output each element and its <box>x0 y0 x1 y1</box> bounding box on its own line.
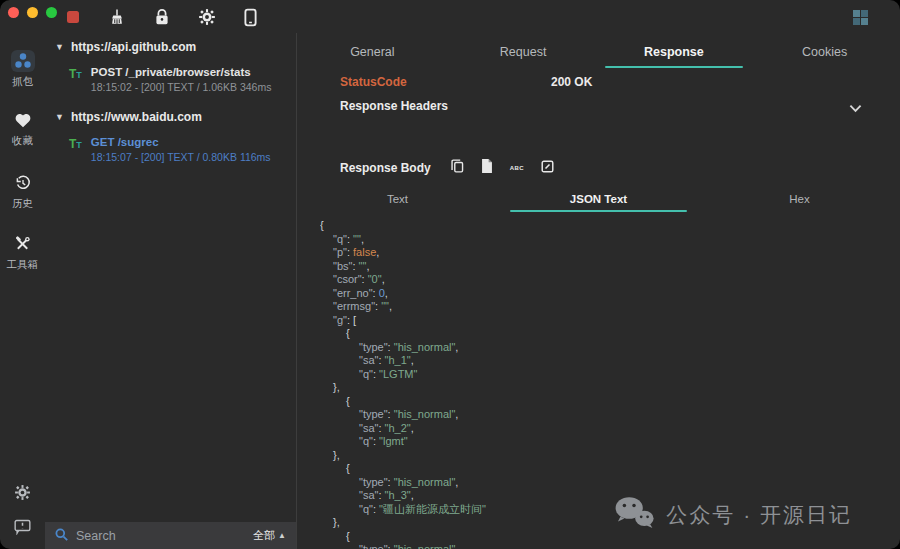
sidebar-item-capture[interactable]: 抓包 <box>11 50 35 89</box>
tab-general[interactable]: General <box>297 39 448 68</box>
traffic-lights <box>8 7 57 18</box>
capture-dots-icon <box>11 50 35 72</box>
tab-response[interactable]: Response <box>599 39 750 68</box>
text-type-badge: TT <box>69 137 82 151</box>
heart-icon <box>11 109 35 131</box>
sidebar-item-label: 收藏 <box>12 134 33 148</box>
close-window-button[interactable] <box>8 7 19 18</box>
response-body-label: Response Body <box>340 161 431 175</box>
filter-label: 全部 <box>253 528 275 543</box>
body-format-tabs: Text JSON Text Hex <box>297 188 900 212</box>
request-row-selected[interactable]: TT GET /sugrec 18:15:07 - [200] TEXT / 0… <box>45 130 296 169</box>
feedback-bubble-icon[interactable] <box>14 519 31 539</box>
sidebar-item-toolbox[interactable]: 工具箱 <box>7 233 39 272</box>
detail-panel: General Request Response Cookies StatusC… <box>297 33 900 549</box>
settings-gear-icon[interactable] <box>197 7 217 27</box>
status-code-row: StatusCode 200 OK <box>340 75 407 89</box>
request-title: GET /sugrec <box>91 136 271 148</box>
request-group-header[interactable]: ▼ https://www.baidu.com <box>45 103 296 130</box>
tab-text[interactable]: Text <box>297 188 498 212</box>
history-clock-icon <box>11 172 35 194</box>
tab-request[interactable]: Request <box>448 39 599 68</box>
text-type-badge: TT <box>69 67 82 81</box>
watermark: 公众号 · 开源日记 <box>614 496 852 533</box>
detail-tabs: General Request Response Cookies <box>297 39 900 68</box>
request-list: ▼ https://api.github.com TT POST /_priva… <box>45 33 297 549</box>
search-filter-dropdown[interactable]: 全部 ▲ <box>253 528 286 543</box>
app-settings-gear-icon[interactable] <box>14 484 31 505</box>
ssl-lock-icon[interactable] <box>152 7 172 27</box>
minimize-window-button[interactable] <box>27 7 38 18</box>
sidebar-item-history[interactable]: 历史 <box>11 172 35 211</box>
stop-capture-button[interactable] <box>67 11 79 23</box>
toolbox-hammer-wrench-icon <box>11 233 35 255</box>
search-input[interactable] <box>76 529 245 543</box>
request-group-header[interactable]: ▼ https://api.github.com <box>45 33 296 60</box>
search-icon <box>55 527 68 545</box>
tab-json-text[interactable]: JSON Text <box>498 188 699 212</box>
status-code-value: 200 OK <box>551 75 592 89</box>
host-label: https://www.baidu.com <box>71 110 202 124</box>
copy-icon[interactable] <box>451 159 464 177</box>
request-title: POST /_private/browser/stats <box>91 66 272 78</box>
host-label: https://api.github.com <box>71 40 196 54</box>
response-headers-label[interactable]: Response Headers <box>340 99 448 113</box>
maximize-window-button[interactable] <box>46 7 57 18</box>
sidebar-item-favorites[interactable]: 收藏 <box>11 109 35 148</box>
watermark-text: 公众号 · 开源日记 <box>666 501 852 529</box>
titlebar <box>0 0 900 33</box>
document-icon[interactable] <box>481 159 493 177</box>
device-phone-icon[interactable] <box>240 7 260 27</box>
sidebar-item-label: 抓包 <box>12 75 33 89</box>
request-row[interactable]: TT POST /_private/browser/stats 18:15:02… <box>45 60 296 99</box>
chevron-down-icon[interactable] <box>849 99 862 117</box>
sidebar-item-label: 历史 <box>12 197 33 211</box>
layout-grid-icon[interactable] <box>853 10 868 25</box>
collapse-triangle-icon[interactable]: ▼ <box>55 112 64 122</box>
tab-cookies[interactable]: Cookies <box>749 39 900 68</box>
triangle-up-icon: ▲ <box>278 531 286 540</box>
tab-hex[interactable]: Hex <box>699 188 900 212</box>
clear-broom-icon[interactable] <box>107 7 127 27</box>
status-code-label: StatusCode <box>340 75 407 89</box>
app-window: 抓包 收藏 历史 <box>0 0 900 549</box>
encoding-abc-icon[interactable]: ABC <box>510 165 525 171</box>
search-bar: 全部 ▲ <box>45 522 296 549</box>
wechat-icon <box>614 496 654 533</box>
collapse-triangle-icon[interactable]: ▼ <box>55 42 64 52</box>
request-meta: 18:15:07 - [200] TEXT / 0.80KB 116ms <box>91 151 271 163</box>
open-editor-icon[interactable] <box>541 159 554 177</box>
left-rail: 抓包 收藏 历史 <box>0 33 45 549</box>
request-meta: 18:15:02 - [200] TEXT / 1.06KB 346ms <box>91 81 272 93</box>
sidebar-item-label: 工具箱 <box>7 258 39 272</box>
response-body-row: Response Body ABC <box>340 159 554 177</box>
